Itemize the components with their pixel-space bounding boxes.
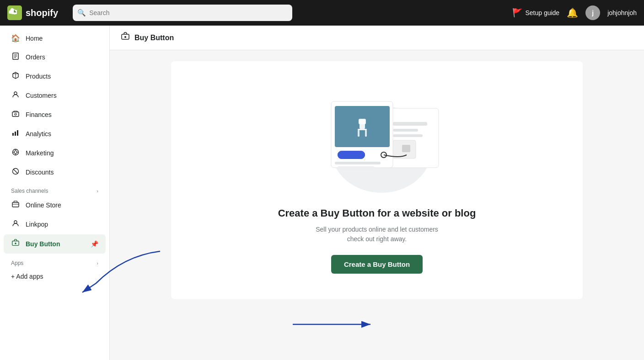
avatar[interactable]: j bbox=[585, 5, 600, 20]
svg-rect-43 bbox=[338, 151, 365, 159]
sidebar-item-discounts[interactable]: Discounts bbox=[4, 163, 106, 181]
svg-rect-12 bbox=[17, 130, 18, 136]
svg-rect-21 bbox=[12, 202, 19, 207]
svg-rect-44 bbox=[335, 162, 381, 164]
svg-rect-40 bbox=[358, 130, 360, 137]
online-store-icon bbox=[11, 201, 20, 210]
sidebar-item-label: Products bbox=[26, 73, 51, 80]
card-subtitle: Sell your products online and let custom… bbox=[313, 225, 441, 244]
apps-section: Apps › bbox=[0, 254, 109, 268]
sidebar-item-products[interactable]: Products bbox=[4, 67, 106, 85]
svg-rect-32 bbox=[393, 134, 423, 137]
page-title: Buy Button bbox=[134, 34, 174, 42]
sidebar-item-label: Linkpop bbox=[26, 221, 48, 228]
chevron-right-icon: › bbox=[97, 188, 98, 194]
illustration bbox=[304, 83, 450, 193]
search-icon: 🔍 bbox=[77, 9, 86, 17]
flag-icon: 🚩 bbox=[512, 8, 522, 18]
create-buy-button[interactable]: Create a Buy Button bbox=[331, 255, 423, 274]
sidebar-item-label: Online Store bbox=[26, 201, 61, 209]
svg-rect-34 bbox=[402, 145, 410, 152]
sales-channels-label: Sales channels bbox=[11, 188, 48, 194]
sales-channels-section: Sales channels › bbox=[0, 182, 109, 196]
sidebar-item-finances[interactable]: Finances bbox=[4, 106, 106, 124]
home-icon: 🏠 bbox=[11, 34, 20, 42]
sidebar-item-online-store[interactable]: Online Store bbox=[4, 196, 106, 214]
svg-rect-39 bbox=[359, 119, 366, 124]
sidebar: 🏠 Home Orders Products Customers Fina bbox=[0, 26, 110, 360]
linkpop-icon bbox=[11, 220, 20, 229]
top-navigation: shopify 🔍 🚩 Setup guide 🔔 j johjohnjoh bbox=[0, 0, 644, 26]
svg-rect-30 bbox=[393, 122, 427, 126]
svg-rect-37 bbox=[358, 129, 367, 130]
customers-icon bbox=[11, 91, 20, 100]
sidebar-item-label: Marketing bbox=[26, 149, 54, 157]
sidebar-item-label: Home bbox=[26, 35, 43, 42]
sidebar-item-home[interactable]: 🏠 Home bbox=[4, 29, 106, 47]
svg-rect-8 bbox=[12, 112, 19, 116]
arrow-left bbox=[110, 247, 169, 302]
add-apps-label: + Add apps bbox=[11, 273, 43, 280]
sidebar-item-orders[interactable]: Orders bbox=[4, 48, 106, 66]
user-name: johjohnjoh bbox=[607, 9, 637, 16]
main-content: Buy Button bbox=[110, 26, 644, 360]
setup-guide-button[interactable]: 🚩 Setup guide bbox=[512, 8, 559, 18]
topnav-right-area: 🚩 Setup guide 🔔 j johjohnjoh bbox=[512, 5, 637, 20]
sidebar-item-linkpop[interactable]: Linkpop bbox=[4, 215, 106, 233]
search-bar[interactable]: 🔍 bbox=[73, 5, 292, 21]
svg-rect-31 bbox=[393, 129, 418, 132]
chevron-right-icon: › bbox=[97, 260, 98, 266]
pin-icon: 📌 bbox=[91, 240, 98, 248]
buy-button-card: Create a Buy Button for a website or blo… bbox=[171, 61, 583, 299]
sidebar-item-label: Buy Button bbox=[26, 240, 60, 248]
svg-point-23 bbox=[14, 221, 17, 223]
content-area: Create a Buy Button for a website or blo… bbox=[110, 50, 644, 310]
notifications-button[interactable]: 🔔 bbox=[567, 7, 578, 18]
sidebar-item-analytics[interactable]: Analytics bbox=[4, 125, 106, 143]
svg-point-7 bbox=[14, 92, 17, 95]
arrow-right bbox=[284, 302, 412, 338]
apps-label: Apps bbox=[11, 260, 23, 266]
analytics-icon bbox=[11, 129, 20, 138]
buy-button-header-icon bbox=[121, 32, 130, 43]
sidebar-item-customers[interactable]: Customers bbox=[4, 86, 106, 105]
svg-point-9 bbox=[15, 113, 16, 115]
svg-rect-11 bbox=[15, 132, 16, 136]
svg-rect-45 bbox=[338, 166, 374, 169]
setup-guide-label: Setup guide bbox=[525, 9, 559, 16]
svg-rect-10 bbox=[12, 133, 14, 136]
sidebar-item-label: Finances bbox=[26, 111, 52, 118]
sidebar-item-label: Orders bbox=[26, 53, 45, 61]
orders-icon bbox=[11, 53, 20, 62]
buy-button-illustration bbox=[304, 83, 459, 193]
card-title: Create a Buy Button for a website or blo… bbox=[278, 207, 476, 219]
page-header: Buy Button bbox=[110, 26, 644, 50]
shopify-logo[interactable]: shopify bbox=[7, 5, 58, 20]
search-input[interactable] bbox=[73, 5, 292, 21]
discounts-icon bbox=[11, 168, 20, 177]
sidebar-item-label: Customers bbox=[26, 92, 57, 99]
bell-icon: 🔔 bbox=[567, 8, 578, 18]
svg-point-25 bbox=[15, 243, 16, 244]
sidebar-item-add-apps[interactable]: + Add apps bbox=[4, 268, 106, 285]
logo-text: shopify bbox=[26, 8, 58, 18]
products-icon bbox=[11, 72, 20, 81]
sidebar-item-label: Discounts bbox=[26, 169, 54, 176]
svg-point-27 bbox=[124, 36, 126, 38]
svg-rect-41 bbox=[365, 130, 367, 137]
svg-point-14 bbox=[14, 151, 17, 154]
main-layout: 🏠 Home Orders Products Customers Fina bbox=[0, 26, 644, 360]
buy-button-icon bbox=[11, 239, 20, 249]
sidebar-item-buy-button[interactable]: Buy Button 📌 bbox=[4, 234, 106, 254]
svg-line-20 bbox=[13, 169, 18, 174]
marketing-icon bbox=[11, 148, 20, 158]
finances-icon bbox=[11, 110, 20, 119]
user-initial: j bbox=[592, 9, 594, 16]
sidebar-item-marketing[interactable]: Marketing bbox=[4, 144, 106, 162]
sidebar-item-label: Analytics bbox=[26, 130, 51, 138]
